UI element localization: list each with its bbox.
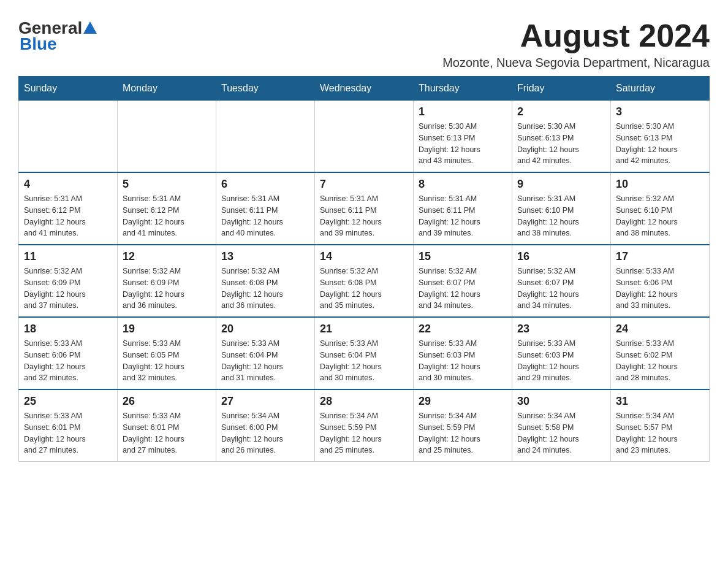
day-number: 2	[517, 105, 605, 118]
calendar-cell: 25Sunrise: 5:33 AM Sunset: 6:01 PM Dayli…	[19, 389, 118, 462]
calendar-cell: 7Sunrise: 5:31 AM Sunset: 6:11 PM Daylig…	[315, 172, 414, 245]
calendar-cell: 4Sunrise: 5:31 AM Sunset: 6:12 PM Daylig…	[19, 172, 118, 245]
day-number: 31	[616, 395, 704, 408]
day-info: Sunrise: 5:32 AM Sunset: 6:09 PM Dayligh…	[123, 266, 211, 312]
calendar-week-row: 18Sunrise: 5:33 AM Sunset: 6:06 PM Dayli…	[19, 317, 710, 389]
day-number: 7	[320, 178, 408, 191]
day-info: Sunrise: 5:33 AM Sunset: 6:05 PM Dayligh…	[123, 338, 211, 384]
day-number: 3	[616, 105, 704, 118]
calendar-cell: 31Sunrise: 5:34 AM Sunset: 5:57 PM Dayli…	[611, 389, 710, 462]
calendar-cell: 27Sunrise: 5:34 AM Sunset: 6:00 PM Dayli…	[216, 389, 315, 462]
day-info: Sunrise: 5:31 AM Sunset: 6:12 PM Dayligh…	[123, 193, 211, 239]
calendar-cell: 21Sunrise: 5:33 AM Sunset: 6:04 PM Dayli…	[315, 317, 414, 389]
day-info: Sunrise: 5:32 AM Sunset: 6:07 PM Dayligh…	[517, 266, 605, 312]
calendar-cell: 11Sunrise: 5:32 AM Sunset: 6:09 PM Dayli…	[19, 245, 118, 317]
calendar-cell: 30Sunrise: 5:34 AM Sunset: 5:58 PM Dayli…	[512, 389, 611, 462]
header: General Blue August 2024 Mozonte, Nueva …	[18, 18, 710, 70]
calendar-cell: 2Sunrise: 5:30 AM Sunset: 6:13 PM Daylig…	[512, 101, 611, 173]
calendar-cell: 12Sunrise: 5:32 AM Sunset: 6:09 PM Dayli…	[118, 245, 216, 317]
day-number: 10	[616, 178, 704, 191]
calendar-cell: 10Sunrise: 5:32 AM Sunset: 6:10 PM Dayli…	[611, 172, 710, 245]
day-number: 30	[517, 395, 605, 408]
day-info: Sunrise: 5:34 AM Sunset: 5:58 PM Dayligh…	[517, 410, 605, 456]
calendar-cell: 29Sunrise: 5:34 AM Sunset: 5:59 PM Dayli…	[414, 389, 512, 462]
calendar-week-row: 25Sunrise: 5:33 AM Sunset: 6:01 PM Dayli…	[19, 389, 710, 462]
calendar-cell: 8Sunrise: 5:31 AM Sunset: 6:11 PM Daylig…	[414, 172, 512, 245]
logo-triangle-icon	[83, 21, 97, 34]
day-info: Sunrise: 5:34 AM Sunset: 5:57 PM Dayligh…	[616, 410, 704, 456]
day-info: Sunrise: 5:34 AM Sunset: 6:00 PM Dayligh…	[221, 410, 309, 456]
logo-blue-text: Blue	[20, 34, 57, 54]
day-number: 24	[616, 323, 704, 335]
day-info: Sunrise: 5:32 AM Sunset: 6:10 PM Dayligh…	[616, 193, 704, 239]
day-number: 18	[24, 323, 112, 335]
day-number: 1	[419, 105, 507, 118]
day-number: 21	[320, 323, 408, 335]
day-number: 25	[24, 395, 112, 408]
day-number: 15	[419, 250, 507, 263]
day-info: Sunrise: 5:30 AM Sunset: 6:13 PM Dayligh…	[419, 121, 507, 167]
calendar-cell: 5Sunrise: 5:31 AM Sunset: 6:12 PM Daylig…	[118, 172, 216, 245]
day-info: Sunrise: 5:31 AM Sunset: 6:10 PM Dayligh…	[517, 193, 605, 239]
day-info: Sunrise: 5:32 AM Sunset: 6:08 PM Dayligh…	[221, 266, 309, 312]
calendar-cell: 17Sunrise: 5:33 AM Sunset: 6:06 PM Dayli…	[611, 245, 710, 317]
calendar-header-sunday: Sunday	[19, 77, 118, 101]
month-title: August 2024	[442, 18, 710, 53]
calendar-cell: 18Sunrise: 5:33 AM Sunset: 6:06 PM Dayli…	[19, 317, 118, 389]
day-info: Sunrise: 5:33 AM Sunset: 6:06 PM Dayligh…	[616, 266, 704, 312]
day-number: 20	[221, 323, 309, 335]
day-info: Sunrise: 5:34 AM Sunset: 5:59 PM Dayligh…	[320, 410, 408, 456]
day-info: Sunrise: 5:33 AM Sunset: 6:04 PM Dayligh…	[221, 338, 309, 384]
calendar-header-wednesday: Wednesday	[315, 77, 414, 101]
calendar-cell: 3Sunrise: 5:30 AM Sunset: 6:13 PM Daylig…	[611, 101, 710, 173]
day-number: 17	[616, 250, 704, 263]
calendar-week-row: 1Sunrise: 5:30 AM Sunset: 6:13 PM Daylig…	[19, 101, 710, 173]
calendar-week-row: 11Sunrise: 5:32 AM Sunset: 6:09 PM Dayli…	[19, 245, 710, 317]
day-number: 23	[517, 323, 605, 335]
calendar-header-thursday: Thursday	[414, 77, 512, 101]
calendar-cell: 14Sunrise: 5:32 AM Sunset: 6:08 PM Dayli…	[315, 245, 414, 317]
calendar-cell: 13Sunrise: 5:32 AM Sunset: 6:08 PM Dayli…	[216, 245, 315, 317]
calendar-cell: 23Sunrise: 5:33 AM Sunset: 6:03 PM Dayli…	[512, 317, 611, 389]
location-title: Mozonte, Nueva Segovia Department, Nicar…	[442, 56, 710, 70]
calendar-week-row: 4Sunrise: 5:31 AM Sunset: 6:12 PM Daylig…	[19, 172, 710, 245]
day-info: Sunrise: 5:33 AM Sunset: 6:01 PM Dayligh…	[24, 410, 112, 456]
svg-marker-0	[83, 21, 97, 34]
day-number: 26	[123, 395, 211, 408]
logo: General Blue	[18, 18, 97, 54]
title-area: August 2024 Mozonte, Nueva Segovia Depar…	[442, 18, 710, 70]
day-number: 4	[24, 178, 112, 191]
day-number: 28	[320, 395, 408, 408]
calendar-cell: 16Sunrise: 5:32 AM Sunset: 6:07 PM Dayli…	[512, 245, 611, 317]
day-info: Sunrise: 5:32 AM Sunset: 6:09 PM Dayligh…	[24, 266, 112, 312]
day-number: 5	[123, 178, 211, 191]
calendar-table: SundayMondayTuesdayWednesdayThursdayFrid…	[18, 76, 710, 462]
day-info: Sunrise: 5:33 AM Sunset: 6:06 PM Dayligh…	[24, 338, 112, 384]
day-info: Sunrise: 5:32 AM Sunset: 6:08 PM Dayligh…	[320, 266, 408, 312]
day-number: 13	[221, 250, 309, 263]
day-number: 27	[221, 395, 309, 408]
calendar-cell: 24Sunrise: 5:33 AM Sunset: 6:02 PM Dayli…	[611, 317, 710, 389]
day-number: 12	[123, 250, 211, 263]
day-number: 9	[517, 178, 605, 191]
calendar-cell: 9Sunrise: 5:31 AM Sunset: 6:10 PM Daylig…	[512, 172, 611, 245]
day-info: Sunrise: 5:31 AM Sunset: 6:11 PM Dayligh…	[221, 193, 309, 239]
day-info: Sunrise: 5:33 AM Sunset: 6:03 PM Dayligh…	[419, 338, 507, 384]
day-number: 29	[419, 395, 507, 408]
calendar-cell	[19, 101, 118, 173]
calendar-cell: 6Sunrise: 5:31 AM Sunset: 6:11 PM Daylig…	[216, 172, 315, 245]
calendar-header-row: SundayMondayTuesdayWednesdayThursdayFrid…	[19, 77, 710, 101]
calendar-header-friday: Friday	[512, 77, 611, 101]
calendar-cell: 1Sunrise: 5:30 AM Sunset: 6:13 PM Daylig…	[414, 101, 512, 173]
day-info: Sunrise: 5:31 AM Sunset: 6:12 PM Dayligh…	[24, 193, 112, 239]
calendar-header-saturday: Saturday	[611, 77, 710, 101]
calendar-cell: 19Sunrise: 5:33 AM Sunset: 6:05 PM Dayli…	[118, 317, 216, 389]
calendar-cell: 26Sunrise: 5:33 AM Sunset: 6:01 PM Dayli…	[118, 389, 216, 462]
calendar-header-monday: Monday	[118, 77, 216, 101]
day-info: Sunrise: 5:32 AM Sunset: 6:07 PM Dayligh…	[419, 266, 507, 312]
calendar-header-tuesday: Tuesday	[216, 77, 315, 101]
day-info: Sunrise: 5:33 AM Sunset: 6:01 PM Dayligh…	[123, 410, 211, 456]
calendar-cell: 15Sunrise: 5:32 AM Sunset: 6:07 PM Dayli…	[414, 245, 512, 317]
day-info: Sunrise: 5:31 AM Sunset: 6:11 PM Dayligh…	[320, 193, 408, 239]
day-number: 19	[123, 323, 211, 335]
